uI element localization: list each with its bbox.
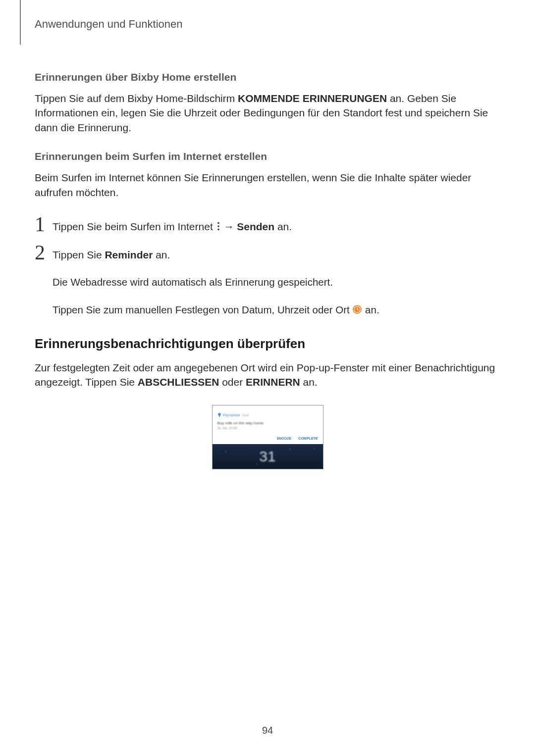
screenshot-btn-snooze: SNOOZE	[277, 437, 292, 440]
text: Tippen Sie	[53, 249, 105, 260]
chapter-header: Anwendungen und Funktionen	[35, 18, 500, 31]
page-number: 94	[0, 725, 535, 736]
step-2-row: 2 Tippen Sie Reminder an. Die Webadresse…	[35, 244, 500, 318]
step-1-text: Tippen Sie beim Surfen im Internet → Sen…	[53, 219, 500, 235]
text: an.	[274, 221, 292, 232]
step-2-sub-1: Die Webadresse wird automatisch als Erin…	[53, 275, 500, 290]
text: oder	[219, 376, 246, 388]
arrow: →	[221, 221, 237, 232]
bold-erinnern: ERINNERN	[246, 376, 300, 388]
section-title-internet: Erinnerungen beim Surfen im Internet ers…	[35, 151, 500, 162]
bold-reminder: Reminder	[105, 249, 153, 260]
step-2-text: Tippen Sie Reminder an.	[53, 248, 500, 262]
bold-senden: Senden	[237, 221, 274, 232]
page-content: Anwendungen und Funktionen Erinnerungen …	[0, 0, 535, 469]
svg-point-0	[217, 222, 219, 224]
screenshot-time: now	[242, 413, 249, 417]
paragraph-internet: Beim Surfen im Internet können Sie Erinn…	[35, 170, 500, 200]
text: an.	[362, 304, 379, 315]
screenshot-subtitle: 26 Jan 19:00	[217, 426, 318, 430]
paragraph-bixby: Tippen Sie auf dem Bixby Home-Bildschirm…	[35, 91, 500, 135]
step-number-1: 1	[35, 215, 53, 234]
svg-point-2	[217, 228, 219, 230]
notification-screenshot: Reminder now Buy milk on the way home 26…	[212, 405, 323, 469]
more-options-icon	[216, 220, 221, 235]
text: an.	[153, 249, 170, 260]
bold-option: KOMMENDE ERINNERUNGEN	[238, 93, 387, 104]
section-title-bixby: Erinnerungen über Bixby Home erstellen	[35, 71, 500, 83]
text: an.	[300, 376, 318, 388]
screenshot-wallpaper-date: 31	[259, 448, 275, 465]
step-2-sub-2: Tippen Sie zum manuellen Festlegen von D…	[53, 302, 500, 318]
bold-abschliessen: ABSCHLIESSEN	[138, 376, 219, 388]
svg-point-1	[217, 225, 219, 227]
step-1-row: 1 Tippen Sie beim Surfen im Internet → S…	[35, 215, 500, 235]
clock-icon	[352, 303, 362, 318]
page-marker	[20, 0, 21, 45]
section-title-check: Erinnerungsbenachrichtigungen überprüfen	[35, 336, 500, 352]
text: Tippen Sie auf dem Bixby Home-Bildschirm	[35, 93, 238, 104]
lightbulb-icon	[217, 410, 221, 419]
screenshot-btn-complete: COMPLETE	[299, 437, 318, 440]
step-number-2: 2	[35, 244, 53, 262]
text: Tippen Sie beim Surfen im Internet	[53, 221, 216, 232]
screenshot-title: Buy milk on the way home	[217, 421, 318, 425]
screenshot-app-name: Reminder	[223, 413, 241, 417]
text: Tippen Sie zum manuellen Festlegen von D…	[53, 304, 352, 315]
paragraph-check: Zur festgelegten Zeit oder am angegebene…	[35, 360, 500, 390]
screenshot-app-row: Reminder now	[217, 410, 318, 419]
